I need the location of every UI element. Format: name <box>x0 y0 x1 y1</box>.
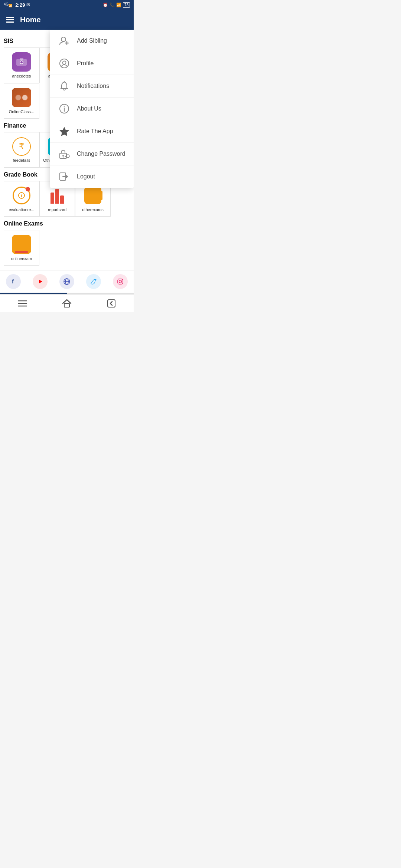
online-exams-section: Online Exams onlineexam <box>4 220 130 266</box>
person-circle-icon <box>58 57 70 69</box>
menu-logout-label: Logout <box>77 173 95 180</box>
facebook-button[interactable]: f <box>6 274 21 289</box>
online-classes-label-2: OnlineClass... <box>9 109 34 114</box>
svg-point-13 <box>66 155 69 158</box>
social-bar: f <box>0 270 134 293</box>
menu-add-sibling[interactable]: Add Sibling <box>50 30 134 52</box>
anecdotes-item[interactable]: anecdotes <box>4 47 39 83</box>
svg-point-51 <box>122 280 123 280</box>
online-classes-2[interactable]: OnlineClass... <box>4 83 39 119</box>
nav-home-button[interactable] <box>62 299 72 308</box>
otherexams-icon <box>83 186 102 205</box>
logout-icon <box>58 171 70 183</box>
svg-point-7 <box>64 106 65 108</box>
menu-change-password-label: Change Password <box>77 151 125 157</box>
eval-label: evaluationre... <box>9 207 34 212</box>
bottom-nav <box>0 294 134 312</box>
menu-about-us-label: About Us <box>77 105 101 112</box>
dropdown-menu: Add Sibling Profile Notifications <box>50 30 134 188</box>
bell-icon <box>58 80 70 92</box>
menu-profile[interactable]: Profile <box>50 52 134 75</box>
svg-marker-9 <box>60 127 69 136</box>
anecdotes-icon <box>12 52 31 72</box>
status-right: ⏰ 📞 📶 73 <box>103 2 130 8</box>
nav-menu-button[interactable] <box>18 300 27 307</box>
online-exam-item[interactable]: onlineexam <box>4 230 39 266</box>
youtube-button[interactable] <box>33 274 48 289</box>
svg-point-21 <box>20 61 23 63</box>
website-button[interactable] <box>59 274 74 289</box>
hamburger-menu[interactable] <box>6 17 14 23</box>
feedetails-item[interactable]: ₹ feedetails <box>4 132 39 168</box>
battery-icon: 73 <box>123 2 130 8</box>
menu-notifications-label: Notifications <box>77 83 109 89</box>
menu-add-sibling-label: Add Sibling <box>77 37 107 44</box>
reportcard-label: reportcard <box>48 207 66 212</box>
menu-rate-app-label: Rate The App <box>77 128 113 135</box>
svg-text:i: i <box>21 193 22 198</box>
svg-text:f: f <box>12 279 14 285</box>
wifi-icon: 📶 <box>116 3 121 7</box>
menu-change-password[interactable]: Change Password <box>50 143 134 165</box>
menu-logout[interactable]: Logout <box>50 165 134 188</box>
status-bar: 4G📶 2:29 ✉ ⏰ 📞 📶 73 <box>0 0 134 10</box>
top-bar: Home <box>0 10 134 30</box>
time: 2:29 <box>15 2 25 8</box>
menu-about-us[interactable]: About Us <box>50 98 134 120</box>
twitter-button[interactable] <box>86 274 101 289</box>
progress-fill <box>0 293 67 294</box>
svg-point-11 <box>62 155 64 157</box>
svg-point-39 <box>22 95 27 100</box>
reportcard-icon <box>48 186 67 205</box>
svg-point-4 <box>63 61 66 65</box>
feedetails-label: feedetails <box>13 158 30 162</box>
info-circle-icon <box>58 103 70 115</box>
svg-rect-55 <box>64 303 69 307</box>
anecdotes-label: anecdotes <box>12 74 31 78</box>
menu-profile-label: Profile <box>77 60 94 67</box>
online-exam-icon <box>12 235 31 254</box>
svg-rect-22 <box>20 58 23 60</box>
lock-key-icon <box>58 148 70 160</box>
online-exams-title: Online Exams <box>4 220 130 227</box>
person-add-icon <box>58 35 70 47</box>
online-classes-icon-2 <box>12 88 31 107</box>
menu-notifications[interactable]: Notifications <box>50 75 134 98</box>
message-icon: ✉ <box>26 2 30 7</box>
page-title: Home <box>20 16 41 24</box>
svg-point-37 <box>16 95 21 100</box>
online-exams-grid: onlineexam <box>4 230 130 266</box>
star-icon <box>58 125 70 137</box>
online-exam-label: onlineexam <box>11 256 32 261</box>
alarm-icon: ⏰ <box>103 3 108 7</box>
eval-item[interactable]: i evaluationre... <box>4 181 39 217</box>
eval-icon: i <box>12 186 31 205</box>
rupee-icon-1: ₹ <box>12 137 31 156</box>
svg-marker-45 <box>39 280 42 283</box>
svg-rect-56 <box>108 300 115 307</box>
nav-back-button[interactable] <box>107 299 116 308</box>
status-left: 4G📶 2:29 ✉ <box>4 2 30 8</box>
otherexams-label: otherexams <box>82 207 103 212</box>
call-icon: 📞 <box>110 3 115 7</box>
menu-rate-app[interactable]: Rate The App <box>50 120 134 143</box>
svg-point-50 <box>119 280 122 283</box>
instagram-button[interactable] <box>113 274 128 289</box>
signal-icon: 4G📶 <box>4 2 12 7</box>
svg-point-0 <box>61 37 66 42</box>
